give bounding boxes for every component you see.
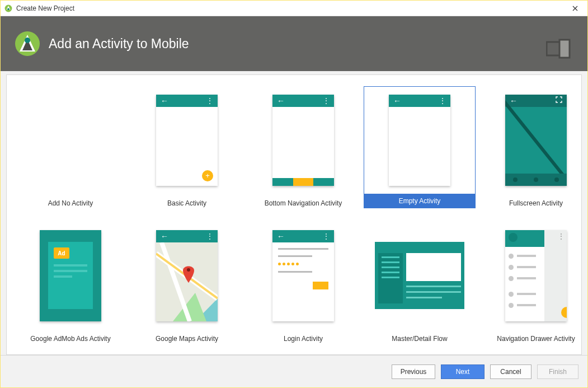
finish-button: Finish xyxy=(537,364,578,379)
ad-badge: Ad xyxy=(54,247,69,259)
titlebar: Create New Project xyxy=(1,1,587,16)
wizard-header: Add an Activity to Mobile xyxy=(1,16,587,71)
thumbnail xyxy=(364,222,476,329)
templates-panel: Add No Activity ←⋮ + Basic Activity xyxy=(6,74,582,355)
template-master-detail-flow[interactable]: Master/Detail Flow xyxy=(361,222,478,343)
app-icon xyxy=(4,4,13,13)
template-label: Fullscreen Activity xyxy=(480,199,582,207)
template-bottom-navigation-activity[interactable]: ←⋮ Bottom Navigation Activity xyxy=(245,86,361,208)
template-admob-activity[interactable]: Ad Google AdMob Ads Activity xyxy=(12,222,129,343)
template-add-no-activity[interactable]: Add No Activity xyxy=(12,86,129,208)
template-label: Login Activity xyxy=(247,335,359,343)
template-label: Google Maps Activity xyxy=(131,335,243,343)
overflow-menu-icon: ⋮ xyxy=(439,97,446,105)
back-arrow-icon: ← xyxy=(161,97,168,105)
thumbnail: ⋮ xyxy=(480,222,582,329)
svg-rect-5 xyxy=(559,40,570,58)
template-grid: Add No Activity ←⋮ + Basic Activity xyxy=(12,86,576,343)
svg-point-10 xyxy=(187,268,190,272)
template-label: Master/Detail Flow xyxy=(364,335,476,343)
window: Create New Project Add an Activity to Mo… xyxy=(0,0,588,388)
template-basic-activity[interactable]: ←⋮ + Basic Activity xyxy=(129,86,245,208)
back-arrow-icon: ← xyxy=(161,232,168,240)
android-studio-logo-icon xyxy=(14,30,41,57)
fab-icon: + xyxy=(202,170,213,181)
thumbnail: ←⋮ xyxy=(131,222,243,329)
template-label: Basic Activity xyxy=(131,199,243,207)
overflow-menu-icon: ⋮ xyxy=(323,97,330,105)
template-label: Add No Activity xyxy=(15,199,126,207)
overflow-menu-icon: ⋮ xyxy=(206,232,213,240)
thumbnail xyxy=(15,86,126,194)
svg-point-1 xyxy=(7,8,10,10)
map-graphic-icon xyxy=(156,242,218,321)
window-title: Create New Project xyxy=(16,4,74,12)
thumbnail: ←⋮ xyxy=(364,86,476,194)
previous-button[interactable]: Previous xyxy=(392,364,435,379)
template-label: Empty Activity xyxy=(364,194,476,208)
template-label: Google AdMob Ads Activity xyxy=(15,335,126,343)
close-button[interactable] xyxy=(562,1,587,16)
wizard-footer: Previous Next Cancel Finish xyxy=(1,355,587,387)
cancel-button[interactable]: Cancel xyxy=(490,364,531,379)
template-empty-activity[interactable]: ←⋮ Empty Activity xyxy=(361,86,478,208)
svg-line-6 xyxy=(505,96,567,180)
overflow-menu-icon: ⋮ xyxy=(206,97,213,105)
thumbnail: ←⋮ xyxy=(247,86,359,194)
thumbnail: ← xyxy=(480,86,582,194)
fab-icon xyxy=(561,307,567,318)
thumbnail: ←⋮ xyxy=(247,222,359,329)
template-google-maps-activity[interactable]: ←⋮ xyxy=(129,222,245,343)
template-label: Bottom Navigation Activity xyxy=(247,199,359,207)
overflow-menu-icon: ⋮ xyxy=(558,232,565,240)
template-fullscreen-activity[interactable]: ← xyxy=(478,86,582,208)
device-glyph-icon xyxy=(546,38,571,62)
template-label: Navigation Drawer Activity xyxy=(480,335,582,343)
page-title: Add an Activity to Mobile xyxy=(49,36,189,52)
back-arrow-icon: ← xyxy=(277,97,285,105)
thumbnail: ←⋮ + xyxy=(131,86,243,194)
thumbnail: Ad xyxy=(15,222,126,329)
svg-point-3 xyxy=(25,38,30,43)
template-navigation-drawer-activity[interactable]: ⋮ Navigation Dr xyxy=(478,222,582,343)
next-button[interactable]: Next xyxy=(441,364,484,379)
avatar-icon xyxy=(509,233,518,242)
overflow-menu-icon: ⋮ xyxy=(323,232,330,240)
template-login-activity[interactable]: ←⋮ Login Activity xyxy=(245,222,361,343)
content-area: Add No Activity ←⋮ + Basic Activity xyxy=(1,71,587,355)
back-arrow-icon: ← xyxy=(277,232,285,240)
back-arrow-icon: ← xyxy=(393,97,401,105)
